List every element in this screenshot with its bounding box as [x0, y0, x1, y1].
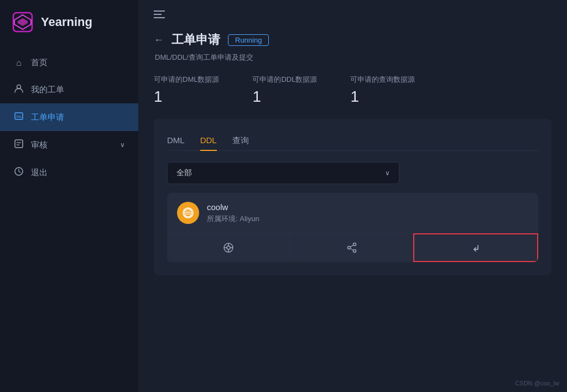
stats-row: 可申请的DML数据源 1 可申请的DDL数据源 1 可申请的查询数据源 1: [154, 75, 552, 106]
menu-icon[interactable]: [154, 10, 165, 22]
sidebar-item-ticket-apply[interactable]: SQL 工单申请: [0, 103, 138, 131]
db-card-header: coolw 所属环境: Aliyun: [167, 193, 538, 233]
sidebar-item-home[interactable]: ⌂ 首页: [0, 50, 138, 76]
db-env: 所属环境: Aliyun: [207, 214, 259, 224]
tab-query[interactable]: 查询: [232, 132, 249, 149]
page-title: 工单申请: [171, 32, 220, 48]
svg-point-23: [353, 250, 356, 253]
stat-ddl-label: 可申请的DDL数据源: [252, 75, 317, 85]
svg-line-24: [350, 245, 353, 247]
db-card: coolw 所属环境: Aliyun: [167, 193, 538, 262]
sidebar-item-my-tickets[interactable]: 我的工单: [0, 76, 138, 103]
watermark: CSDN @coo_lw: [515, 380, 559, 386]
db-icon: [177, 202, 199, 224]
stat-query: 可申请的查询数据源 1: [350, 75, 415, 106]
db-action-enter[interactable]: [413, 233, 538, 262]
status-badge: Running: [228, 34, 269, 46]
sidebar-label-home: 首页: [31, 58, 125, 68]
app-name: Yearning: [41, 15, 92, 29]
svg-marker-2: [18, 18, 28, 26]
sidebar-item-review[interactable]: 审核 ∨: [0, 131, 138, 159]
stat-dml-value: 1: [154, 88, 163, 106]
logout-icon: [13, 166, 24, 179]
sidebar-nav: ⌂ 首页 我的工单 SQL 工单申请: [0, 44, 138, 192]
chevron-down-icon: ∨: [120, 141, 125, 149]
tab-ddl[interactable]: DDL: [200, 132, 217, 149]
review-icon: [13, 139, 24, 151]
connect-icon: [223, 242, 234, 253]
tab-dml[interactable]: DML: [167, 132, 185, 149]
page-header: ← 工单申请 Running: [154, 32, 552, 48]
db-info: coolw 所属环境: Aliyun: [207, 202, 259, 224]
sidebar-item-logout[interactable]: 退出: [0, 159, 138, 186]
db-action-share[interactable]: [290, 233, 414, 262]
svg-point-21: [353, 243, 356, 246]
sidebar-label-ticket-apply: 工单申请: [31, 112, 125, 123]
datasource-dropdown[interactable]: 全部 ∨: [167, 162, 399, 184]
stat-ddl: 可申请的DDL数据源 1: [252, 75, 317, 106]
tab-bar: DML DDL 查询: [167, 132, 538, 151]
sidebar-label-my-tickets: 我的工单: [31, 85, 125, 95]
back-button[interactable]: ←: [154, 34, 164, 46]
sql-icon: SQL: [13, 111, 24, 123]
svg-line-25: [350, 248, 353, 250]
sidebar-logo: Yearning: [0, 0, 138, 44]
page-subtitle: DML/DDL/查询工单申请及提交: [155, 53, 552, 62]
dropdown-arrow-icon: ∨: [385, 169, 390, 177]
svg-text:SQL: SQL: [16, 114, 22, 118]
db-action-connect[interactable]: [167, 233, 290, 262]
enter-icon: [470, 242, 481, 253]
home-icon: ⌂: [13, 58, 24, 68]
stat-ddl-value: 1: [252, 88, 261, 106]
db-name: coolw: [207, 202, 259, 212]
stat-query-value: 1: [350, 88, 359, 106]
db-card-footer: [167, 233, 538, 262]
sidebar-label-logout: 退出: [31, 168, 125, 178]
logo-icon: [11, 11, 34, 34]
stat-dml: 可申请的DML数据源 1: [154, 75, 219, 106]
topbar: [138, 0, 567, 32]
stat-dml-label: 可申请的DML数据源: [154, 75, 219, 85]
user-icon: [13, 83, 24, 96]
share-icon: [346, 242, 357, 253]
main-content: ← 工单申请 Running DML/DDL/查询工单申请及提交 可申请的DML…: [138, 0, 567, 392]
page-content: ← 工单申请 Running DML/DDL/查询工单申请及提交 可申请的DML…: [138, 32, 567, 291]
svg-rect-6: [15, 140, 23, 148]
sidebar-label-review: 审核: [31, 140, 113, 150]
svg-point-16: [227, 246, 230, 249]
sidebar: Yearning ⌂ 首页 我的工单 SQL 工单申请: [0, 0, 138, 392]
svg-point-22: [347, 247, 350, 249]
stat-query-label: 可申请的查询数据源: [350, 75, 415, 85]
dropdown-value: 全部: [176, 168, 192, 178]
card-area: DML DDL 查询 全部 ∨: [154, 119, 552, 275]
